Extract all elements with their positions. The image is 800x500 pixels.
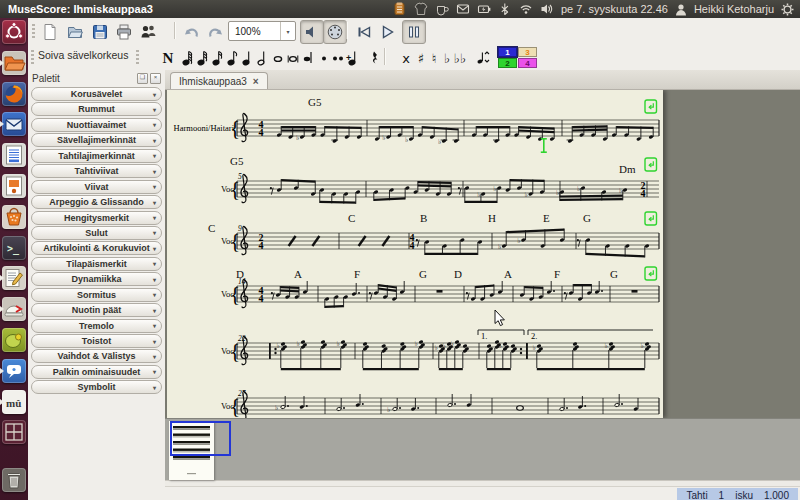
volume-icon[interactable] [540, 2, 554, 16]
coffee-icon[interactable] [435, 2, 449, 16]
staff-label[interactable]: Voc [221, 236, 234, 246]
palette-item-tilapaismerkit[interactable]: Tilapäismerkit▾ [31, 257, 162, 271]
launcher-item-firefox[interactable] [2, 82, 26, 106]
open-file-button[interactable] [63, 20, 87, 44]
tab-ihmiskauppaa3[interactable]: Ihmiskauppaa3 × [170, 72, 268, 89]
launcher-item-green-app[interactable] [2, 328, 26, 352]
tie-button[interactable]: + [342, 46, 366, 70]
chord-symbol[interactable]: G [419, 268, 427, 280]
sys-4[interactable]: {Voc1444DAFGDAFG [221, 267, 659, 308]
pause-button[interactable] [402, 20, 426, 44]
score-page[interactable]: {Harmooni/Haitari44♭♭♭♭G5{Voc524♭♭♭♭♭♭G5… [167, 90, 663, 418]
play-button[interactable] [375, 20, 399, 44]
tab-close-icon[interactable]: × [253, 76, 259, 87]
volta-label[interactable]: 2. [531, 331, 537, 341]
redo-button[interactable] [203, 20, 227, 44]
chord-symbol[interactable]: Dm [619, 163, 636, 175]
palette-item-tremolo[interactable]: Tremolo▾ [31, 319, 162, 333]
chord-symbol[interactable]: H [488, 212, 496, 224]
palette-item-dynamiikka[interactable]: Dynamiikka▾ [31, 272, 162, 286]
sys-2[interactable]: {Voc524♭♭♭♭♭♭G5Dm [221, 155, 659, 204]
palette-item-tahtilajimerkinnat[interactable]: Tahtilajimerkinnät▾ [31, 149, 162, 163]
save-button[interactable] [88, 20, 112, 44]
sys-1[interactable]: {Harmooni/Haitari44♭♭♭♭G5 [174, 96, 659, 146]
launcher-item-ubuntu-dash[interactable] [2, 20, 26, 44]
launcher-item-workspace-switcher[interactable] [2, 420, 26, 444]
zoom-select[interactable]: 100%▾ [228, 21, 296, 41]
battery-icon[interactable] [477, 2, 491, 16]
user-name[interactable]: Heikki Ketoharju [694, 3, 774, 15]
palette-close-button[interactable]: × [150, 73, 161, 84]
chord-symbol[interactable]: G [610, 268, 618, 280]
palette-item-viivat[interactable]: Viivat▾ [31, 180, 162, 194]
chord-symbol[interactable]: A [294, 268, 302, 280]
chord-symbol[interactable]: D [454, 268, 462, 280]
line-break-marker[interactable] [645, 100, 657, 113]
bluetooth-icon[interactable] [498, 2, 512, 16]
chord-symbol[interactable]: G5 [230, 155, 244, 167]
palette-item-sulut[interactable]: Sulut▾ [31, 226, 162, 240]
staff-label[interactable]: Voc [221, 184, 234, 194]
concert-pitch-toggle[interactable]: Soiva sävelkorkeus [38, 49, 128, 61]
score-notation[interactable]: {Harmooni/Haitari44♭♭♭♭G5{Voc524♭♭♭♭♭♭G5… [167, 90, 663, 418]
voice-4-button[interactable]: 4 [518, 58, 537, 68]
flip-direction-button[interactable] [470, 46, 494, 70]
sys-5[interactable]: {Voc221.2.♭♭♭♭♭♭♭♭♭♭♭ [221, 330, 659, 370]
staff-label[interactable]: Harmooni/Haitari [174, 123, 235, 133]
palette-item-vaihdot-valistys[interactable]: Vaihdot & Välistys▾ [31, 349, 162, 363]
tshirt-icon[interactable] [414, 2, 428, 16]
voice-3-button[interactable]: 3 [518, 47, 537, 57]
palette-item-nuotin-paat[interactable]: Nuotin päät▾ [31, 303, 162, 317]
chord-symbol[interactable]: B [420, 212, 427, 224]
wifi-icon[interactable] [519, 2, 533, 16]
palette-item-hengitysmerkit[interactable]: Hengitysmerkit▾ [31, 211, 162, 225]
chord-symbol[interactable]: G [583, 212, 591, 224]
print-button[interactable] [112, 20, 136, 44]
palette-item-tahtiviivat[interactable]: Tahtiviivat▾ [31, 164, 162, 178]
chord-symbol[interactable]: E [543, 212, 550, 224]
toolbar-grip[interactable] [136, 50, 139, 64]
chord-symbol[interactable]: C [208, 222, 215, 234]
line-break-marker[interactable] [645, 158, 657, 171]
voice-1-button[interactable]: 1 [498, 47, 517, 57]
gear-icon[interactable] [781, 3, 794, 16]
chord-symbol[interactable]: F [354, 268, 360, 280]
staff-label[interactable]: Voc [221, 346, 234, 356]
palette-item-arpeggio-glissando[interactable]: Arpeggio & Glissando▾ [31, 195, 162, 209]
launcher-item-libreoffice-impress[interactable] [2, 174, 26, 198]
voice-2-button[interactable]: 2 [498, 58, 517, 68]
toolbar-grip[interactable] [31, 50, 34, 64]
musescore-connect-button[interactable] [136, 20, 160, 44]
volta-label[interactable]: 1. [481, 331, 487, 341]
palette-item-toistot[interactable]: Toistot▾ [31, 334, 162, 348]
palette-item-korusavelet[interactable]: Korusävelet▾ [31, 87, 162, 101]
navigator-panel[interactable] [165, 418, 800, 480]
palette-item-rummut[interactable]: Rummut▾ [31, 102, 162, 116]
navigator-viewport[interactable] [170, 421, 231, 456]
new-score-button[interactable] [38, 20, 62, 44]
double-flat-button[interactable]: ♭♭ [448, 46, 472, 70]
palette-item-artikulointi-korukuviot[interactable]: Artikulointi & Korukuviot▾ [31, 241, 162, 255]
palette-item-savellajimerkinnat[interactable]: Sävellajimerkinnät▾ [31, 133, 162, 147]
clipboard-icon[interactable] [393, 2, 407, 16]
palette-float-button[interactable]: ❏ [137, 73, 148, 84]
chord-symbol[interactable]: A [504, 268, 512, 280]
staff-label[interactable]: Voc [221, 401, 234, 411]
chord-symbol[interactable]: C [348, 212, 355, 224]
palette-item-nuottiavaimet[interactable]: Nuottiavaimet▾ [31, 118, 162, 132]
clock[interactable]: pe 7. syyskuuta 22.46 [561, 3, 668, 15]
launcher-item-libreoffice-writer[interactable] [2, 143, 26, 167]
staff-label[interactable]: Voc [221, 289, 234, 299]
mail-icon[interactable] [456, 2, 470, 16]
score-canvas[interactable]: {Harmooni/Haitari44♭♭♭♭G5{Voc524♭♭♭♭♭♭G5… [165, 90, 800, 418]
palette-item-symbolit[interactable]: Symbolit▾ [31, 380, 162, 394]
launcher-item-trash[interactable] [2, 468, 26, 492]
chord-symbol[interactable]: F [554, 268, 560, 280]
palette-item-sormitus[interactable]: Sormitus▾ [31, 288, 162, 302]
rewind-button[interactable] [352, 20, 376, 44]
palette-item-palkin-ominaisuudet[interactable]: Palkin ominaisuudet▾ [31, 365, 162, 379]
line-break-marker[interactable] [645, 267, 657, 280]
toolbar-grip[interactable] [32, 24, 35, 38]
launcher-item-software-center[interactable] [2, 205, 26, 229]
midi-input-button[interactable] [323, 20, 347, 44]
